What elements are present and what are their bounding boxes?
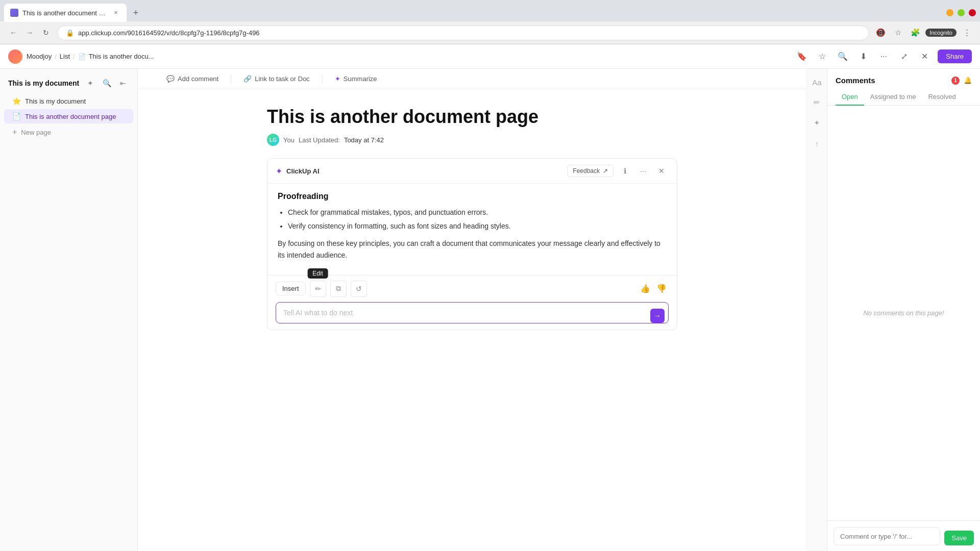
back-button[interactable]: ← — [6, 26, 20, 40]
menu-icon[interactable]: ⋮ — [960, 26, 974, 40]
edit-doc-icon[interactable]: ✏ — [810, 95, 824, 110]
sidebar-collapse-icon[interactable]: ⇤ — [117, 77, 129, 89]
link-to-task-label: Link to task or Doc — [255, 75, 310, 83]
sidebar-item-my-document[interactable]: ⭐ This is my document — [4, 94, 133, 108]
comments-title: Comments — [836, 76, 947, 85]
nav-controls: ← → ↻ — [6, 26, 53, 40]
ai-content: Proofreading Check for grammatical mista… — [267, 184, 677, 275]
ai-close-icon[interactable]: ✕ — [654, 164, 669, 178]
star-icon: ⭐ — [12, 97, 21, 105]
plus-icon: + — [12, 128, 17, 137]
feedback-button[interactable]: Feedback ↗ — [567, 165, 614, 177]
window-controls — [946, 9, 976, 16]
share-button[interactable]: Share — [938, 49, 972, 63]
favorite-icon[interactable]: 🔖 — [795, 49, 809, 64]
close-panel-icon[interactable]: ✕ — [917, 49, 932, 64]
breadcrumb: Moodjoy / List / 📄 This is another docu.… — [27, 53, 154, 60]
doc-last-updated-value: Today at 7:42 — [344, 136, 384, 144]
toolbar-separator-1 — [231, 75, 231, 83]
notification-badge: 1 — [951, 77, 960, 85]
doc-title: This is another document page — [267, 106, 677, 128]
breadcrumb-sep-2: / — [73, 53, 75, 60]
refresh-button[interactable]: ↺ — [351, 281, 367, 297]
tab-resolved[interactable]: Resolved — [922, 89, 962, 106]
tab-bar: This is another document page × + — [0, 0, 980, 21]
tab-title: This is another document page — [22, 9, 107, 17]
bookmark-icon[interactable]: ☆ — [891, 26, 905, 40]
external-link-icon: ↗ — [603, 167, 608, 174]
search-icon[interactable]: 🔍 — [836, 49, 850, 64]
thumbs-down-button[interactable]: 👎 — [654, 282, 669, 296]
ai-more-icon[interactable]: ··· — [636, 164, 650, 178]
window-close-button[interactable] — [969, 9, 976, 16]
ai-panel-footer: Insert Edit ✏ ⧉ ↺ 👍 👎 — [267, 275, 677, 302]
app-header: Moodjoy / List / 📄 This is another docu.… — [0, 44, 980, 69]
header-actions: 🔖 ☆ 🔍 ⬇ ··· ⤢ ✕ Share — [795, 49, 972, 64]
sparkle-icon: ✦ — [335, 75, 340, 83]
summarize-label: Summarize — [344, 75, 377, 83]
comment-icon: 💬 — [166, 75, 175, 83]
sidebar-item-another-document[interactable]: 📄 This is another document page — [4, 109, 133, 123]
breadcrumb-workspace[interactable]: Moodjoy — [27, 53, 52, 60]
active-tab[interactable]: This is another document page × — [4, 4, 127, 22]
tab-assigned-to-me[interactable]: Assigned to me — [864, 89, 922, 106]
ai-bullet-list: Check for grammatical mistakes, typos, a… — [278, 207, 667, 232]
app-logo — [8, 49, 22, 64]
edit-button-wrapper: Edit ✏ — [310, 281, 326, 297]
address-bar-row: ← → ↻ 🔒 app.clickup.com/9016164592/v/dc/… — [0, 21, 980, 44]
expand-icon[interactable]: ⤢ — [897, 49, 911, 64]
browser-actions: 📵 ☆ 🧩 Incognito ⋮ — [873, 26, 974, 40]
new-tab-button[interactable]: + — [129, 6, 143, 20]
highlight-icon[interactable]: ✦ — [810, 116, 824, 130]
edit-button[interactable]: ✏ — [310, 281, 326, 297]
text-format-icon[interactable]: Aa — [810, 75, 824, 89]
upload-icon[interactable]: ↑ — [810, 136, 824, 151]
comment-input-field[interactable] — [834, 527, 940, 545]
ai-panel-title: ClickUp AI — [286, 167, 563, 175]
extension-icon[interactable]: 🧩 — [908, 26, 922, 40]
link-to-task-button[interactable]: 🔗 Link to task or Doc — [239, 73, 314, 85]
comments-panel: Comments 1 🔔 Open Assigned to me Resolve… — [827, 69, 980, 551]
forward-button[interactable]: → — [22, 26, 37, 40]
sidebar-search-icon[interactable]: 🔍 — [101, 77, 113, 89]
reload-button[interactable]: ↻ — [39, 26, 53, 40]
tab-open[interactable]: Open — [836, 89, 864, 106]
tab-close-button[interactable]: × — [111, 8, 120, 17]
comment-submit-button[interactable]: Save — [944, 531, 974, 545]
breadcrumb-section[interactable]: List — [60, 53, 70, 60]
doc-author: You — [283, 136, 295, 144]
window-maximize-button[interactable] — [958, 9, 965, 16]
ai-input-container: → — [267, 302, 677, 330]
thumbs-up-button[interactable]: 👍 — [638, 282, 652, 296]
doc-content: This is another document page LG You Las… — [242, 89, 702, 551]
comment-input-area: Save — [827, 520, 980, 551]
sidebar-header: This is my document ✦ 🔍 ⇤ — [0, 75, 137, 93]
sidebar: This is my document ✦ 🔍 ⇤ ⭐ This is my d… — [0, 69, 138, 551]
download-icon[interactable]: ⬇ — [856, 49, 870, 64]
window-minimize-button[interactable] — [946, 9, 953, 16]
ai-info-icon[interactable]: ℹ — [618, 164, 632, 178]
insert-button[interactable]: Insert — [276, 282, 306, 295]
copy-button[interactable]: ⧉ — [330, 281, 347, 297]
browser-chrome: This is another document page × + ← → ↻ … — [0, 0, 980, 44]
new-page-label: New page — [21, 129, 51, 136]
breadcrumb-sep-1: / — [55, 53, 57, 60]
ai-send-button[interactable]: → — [650, 309, 665, 323]
sidebar-sparkle-icon[interactable]: ✦ — [84, 77, 96, 89]
doc-icon: 📄 — [12, 112, 21, 120]
doc-toolbar: 💬 Add comment 🔗 Link to task or Doc ✦ Su… — [138, 69, 806, 89]
main-layout: This is my document ✦ 🔍 ⇤ ⭐ This is my d… — [0, 69, 980, 551]
summarize-button[interactable]: ✦ Summarize — [331, 73, 381, 85]
content-area: 💬 Add comment 🔗 Link to task or Doc ✦ Su… — [138, 69, 806, 551]
cast-icon[interactable]: 📵 — [873, 26, 888, 40]
doc-last-updated-label: Last Updated: — [299, 136, 340, 144]
ai-paragraph: By focusing on these key principles, you… — [278, 238, 667, 261]
breadcrumb-search-icon[interactable]: ☆ — [815, 49, 829, 64]
more-options-icon[interactable]: ··· — [876, 49, 891, 64]
ai-input-field[interactable] — [276, 302, 669, 323]
breadcrumb-page[interactable]: This is another docu... — [89, 53, 154, 60]
add-comment-button[interactable]: 💬 Add comment — [162, 73, 223, 85]
new-page-item[interactable]: + New page — [4, 124, 133, 140]
url-text: app.clickup.com/9016164592/v/dc/8cpfg7g-… — [78, 29, 861, 37]
address-bar[interactable]: 🔒 app.clickup.com/9016164592/v/dc/8cpfg7… — [57, 26, 869, 40]
